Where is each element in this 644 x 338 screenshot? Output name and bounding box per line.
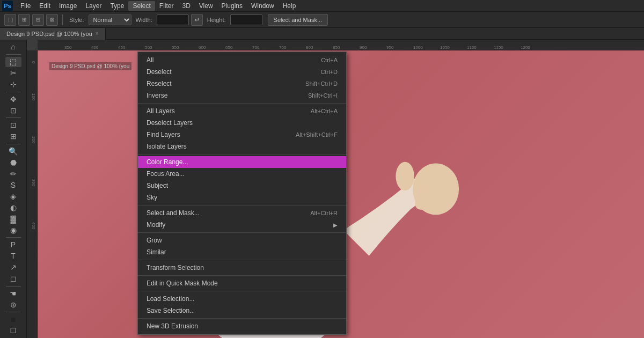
ruler-h-tick: 1200 [521,45,530,50]
menu-item-transform-selection[interactable]: Transform Selection [138,262,346,274]
ruler-v-tick: 200 [31,136,36,143]
menu-item-transform-selection-label: Transform Selection [147,264,204,271]
menu-item-inverse[interactable]: Inverse Shift+Ctrl+I [138,90,346,101]
menu-item-similar[interactable]: Similar [138,246,346,258]
menu-select[interactable]: Select [128,1,155,11]
menu-image[interactable]: Image [55,1,81,11]
intersect-selection-btn[interactable]: ⊠ [46,14,58,26]
menu-help[interactable]: Help [279,1,301,11]
bg-color-btn[interactable]: □ [5,326,21,336]
left-toolbar: ⌂ ⬚ ✂ ⊹ ✥ ⊡ ⊡ ⊞ 🔍 ⬣ ✏ S ◈ ◐ ▓ ◉ P T ↗ ◻ … [0,40,27,338]
magic-wand-tool-btn[interactable]: ⊹ [5,79,21,90]
menu-item-subject-label: Subject [147,182,168,189]
menu-item-load-selection[interactable]: Load Selection... [138,293,346,305]
doc-tab-close[interactable]: × [96,31,99,36]
eraser-tool-btn[interactable]: ◐ [5,202,21,212]
menu-item-all[interactable]: All Ctrl+A [138,54,346,66]
menu-3d[interactable]: 3D [178,1,194,11]
hand-tool-btn[interactable]: ☚ [5,288,21,298]
crop-tool-btn[interactable]: ⊡ [5,120,21,130]
ruler-h-tick: 950 [386,45,393,50]
heal-tool-btn[interactable]: ⬣ [5,157,21,167]
menu-item-all-label: All [147,56,153,64]
ruler-h-tick: 700 [252,45,259,50]
text-tool-btn[interactable]: T [5,251,21,261]
ruler-h-tick: 450 [118,45,125,50]
add-selection-btn[interactable]: ⊞ [18,14,30,26]
menu-item-select-mask-shortcut: Alt+Ctrl+R [310,210,338,216]
menu-item-save-selection-label: Save Selection... [147,307,195,314]
menu-item-subject[interactable]: Subject [138,180,346,192]
gradient-tool-btn[interactable]: ▓ [5,214,21,224]
menu-item-similar-label: Similar [147,248,166,256]
menu-item-all-layers[interactable]: All Layers Alt+Ctrl+A [138,105,346,117]
menu-item-quick-mask[interactable]: Edit in Quick Mask Mode [138,277,346,289]
select-mask-button[interactable]: Select and Mask... [268,14,328,26]
width-label: Width: [134,17,155,23]
home-tool-btn[interactable]: ⌂ [5,42,21,52]
brush-tool-btn[interactable]: ✏ [5,168,21,179]
new-selection-btn[interactable]: ⬚ [4,14,16,26]
ruler-h-tick: 1150 [494,45,503,50]
menu-item-modify[interactable]: Modify ▶ [138,219,346,231]
menu-item-sky[interactable]: Sky [138,192,346,203]
menu-edit[interactable]: Edit [35,1,55,11]
history-tool-btn[interactable]: ◈ [5,191,21,201]
menu-item-color-range[interactable]: Color Range... [138,156,346,168]
zoom-tool-btn[interactable]: ⊕ [5,299,21,310]
lasso-tool-btn[interactable]: ✂ [5,68,21,78]
ruler-h-tick: 750 [279,45,286,50]
menu-item-select-mask[interactable]: Select and Mask... Alt+Ctrl+R [138,207,346,219]
menu-item-isolate-layers[interactable]: Isolate Layers [138,141,346,152]
menu-view[interactable]: View [195,1,217,11]
menu-item-3d-extrusion[interactable]: New 3D Extrusion [138,320,346,332]
menu-item-focus-area[interactable]: Focus Area... [138,168,346,180]
sep-7 [138,291,346,291]
shape-tool-btn[interactable]: ◻ [5,274,21,284]
ruler-h-tick: 600 [199,45,206,50]
menu-item-load-selection-label: Load Selection... [147,295,194,303]
menu-file[interactable]: File [16,1,35,11]
menu-plugins[interactable]: Plugins [217,1,247,11]
path-select-tool-btn[interactable]: ↗ [5,262,21,273]
ruler-h-tick: 350 [64,45,71,50]
height-input[interactable] [230,14,262,25]
menu-item-all-shortcut: Ctrl+A [321,57,338,63]
sep-4 [138,232,346,233]
dodge-tool-btn[interactable]: ◉ [5,225,21,235]
menu-item-grow[interactable]: Grow [138,234,346,246]
tool-sep-4 [6,237,21,238]
style-label: Style: [67,17,86,23]
menu-item-deselect-layers[interactable]: Deselect Layers [138,117,346,129]
swap-btn[interactable]: ⇄ [191,14,203,26]
menu-window[interactable]: Window [247,1,279,11]
doc-tab-label: Design 9 PSD.psd @ 100% (you [6,31,92,37]
move-tool-btn[interactable]: ✥ [5,94,21,104]
style-select[interactable]: Normal [89,14,131,25]
ruler-vertical: 0 100 200 300 400 [27,50,38,338]
svg-point-11 [396,162,414,191]
menu-item-save-selection[interactable]: Save Selection... [138,305,346,317]
menu-type[interactable]: Type [106,1,128,11]
menu-layer[interactable]: Layer [81,1,106,11]
svg-rect-10 [415,179,431,209]
width-input[interactable] [157,14,189,25]
menu-item-find-layers[interactable]: Find Layers Alt+Shift+Ctrl+F [138,129,346,141]
ruler-v-tick: 0 [31,61,36,63]
menu-filter[interactable]: Filter [155,1,178,11]
subtract-selection-btn[interactable]: ⊟ [32,14,44,26]
sep-3 [138,205,346,205]
menu-item-deselect[interactable]: Deselect Ctrl+D [138,66,346,78]
eyedropper-tool-btn[interactable]: 🔍 [5,146,21,156]
select-rect-tool-btn[interactable]: ⬚ [5,57,21,67]
stamp-tool-btn[interactable]: S [5,180,21,190]
pen-tool-btn[interactable]: P [5,240,21,250]
sep-6 [138,275,346,276]
frame-tool-btn[interactable]: ⊞ [5,131,21,142]
height-label: Height: [205,17,228,23]
menu-item-modify-label: Modify [147,221,165,229]
foreground-color-btn[interactable]: ■ [5,314,21,325]
menu-item-reselect[interactable]: Reselect Shift+Ctrl+D [138,78,346,90]
artboard-tool-btn[interactable]: ⊡ [5,105,21,115]
document-tab[interactable]: Design 9 PSD.psd @ 100% (you × [0,28,106,40]
